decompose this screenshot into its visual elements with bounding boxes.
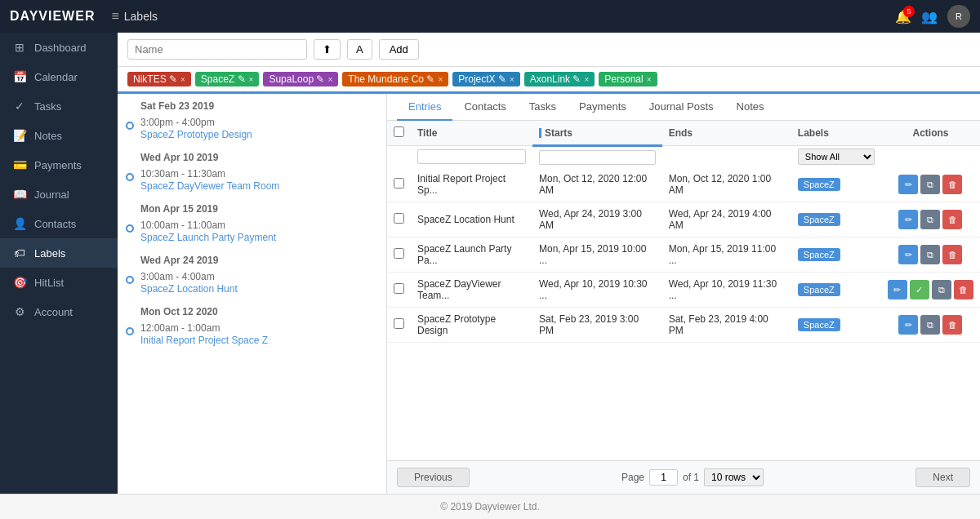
row-checkbox-1[interactable] [394,178,404,189]
sidebar-item-tasks[interactable]: ✓Tasks [0,91,118,121]
timeline-date: Mon Apr 15 2019 [118,197,386,218]
label-text-supaloop: SupaLoop ✎ [269,73,324,85]
font-button[interactable]: A [347,39,372,60]
header: DAYVIEWER ≡ Labels 🔔 5 👥 R [0,0,980,33]
next-button[interactable]: Next [915,468,970,487]
label-text-axonlink: AxonLink ✎ [530,73,581,85]
edit-button-1[interactable]: ✏ [898,175,918,194]
notification-button[interactable]: 🔔 5 [895,9,911,24]
th-starts[interactable]: Starts [532,121,662,146]
add-button[interactable]: Add [379,39,419,60]
select-all-checkbox[interactable] [394,126,404,137]
label-close-mundane[interactable]: × [438,75,443,84]
page-input[interactable] [649,469,678,486]
label-close-axonlink[interactable]: × [584,75,589,84]
row-ends-4: Wed, Apr 10, 2019 11:30 ... [662,273,791,308]
label-tag-personal[interactable]: Personal× [599,72,657,86]
menu-icon[interactable]: ≡ [111,9,118,24]
check-button-4[interactable]: ✓ [910,280,929,299]
tab-notes[interactable]: Notes [725,94,776,121]
row-checkbox-5[interactable] [394,318,404,329]
timeline-link[interactable]: SpaceZ Prototype Design [140,129,252,140]
tab-payments[interactable]: Payments [568,94,638,121]
row-checkbox-2[interactable] [394,213,404,224]
row-checkbox-4[interactable] [394,283,404,294]
delete-button-1[interactable]: 🗑 [942,175,962,194]
row-labels-5: SpaceZ [791,308,881,343]
timeline-item: 10:00am - 11:00am SpaceZ Launch Party Pa… [118,218,386,248]
copy-button-2[interactable]: ⧉ [920,210,940,229]
rows-select[interactable]: 10 rows 25 rows 50 rows [704,468,764,486]
timeline-link[interactable]: SpaceZ DayViewer Team Room [140,180,279,192]
label-close-personal[interactable]: × [647,75,652,84]
row-check-2 [387,202,411,237]
edit-button-4[interactable]: ✏ [888,280,907,299]
sidebar-item-hitlist[interactable]: 🎯HitList [0,268,118,297]
delete-button-2[interactable]: 🗑 [942,210,962,229]
row-check-5 [387,308,411,343]
timeline-dot [126,327,134,335]
row-checkbox-3[interactable] [394,248,404,259]
upload-button[interactable]: ⬆ [314,39,341,60]
sidebar-item-dashboard[interactable]: ⊞Dashboard [0,33,118,62]
row-label-badge-4: SpaceZ [798,283,840,296]
label-close-projectx[interactable]: × [510,75,514,84]
label-tag-supaloop[interactable]: SupaLoop ✎× [263,72,338,86]
timeline-date: Wed Apr 24 2019 [118,248,386,269]
label-tag-axonlink[interactable]: AxonLink ✎× [524,72,595,86]
th-check [387,121,411,146]
label-tag-mundane[interactable]: The Mundane Co ✎× [342,72,448,86]
table-row: Initial Report Project Sp... Mon, Oct 12… [387,167,980,202]
sidebar-item-account[interactable]: ⚙Account [0,297,118,326]
sidebar-item-notes[interactable]: 📝Notes [0,121,118,150]
delete-button-5[interactable]: 🗑 [942,315,962,335]
sidebar-item-journal[interactable]: 📖Journal [0,180,118,209]
previous-button[interactable]: Previous [397,468,470,487]
timeline-link[interactable]: SpaceZ Launch Party Payment [140,232,276,243]
th-title[interactable]: Title [411,121,532,146]
timeline-link[interactable]: Initial Report Project Space Z [140,335,268,346]
name-input[interactable] [127,39,307,60]
tab-contacts[interactable]: Contacts [452,94,517,121]
sidebar-icon-hitlist: 🎯 [13,276,26,289]
timeline-item: 3:00pm - 4:00pm SpaceZ Prototype Design [118,115,386,145]
row-actions-3: ✏⧉🗑 [881,237,980,273]
label-close-spacez[interactable]: × [249,75,254,84]
timeline-date: Sat Feb 23 2019 [118,94,386,115]
label-tag-projectx[interactable]: ProjectX ✎× [452,72,520,86]
copy-button-3[interactable]: ⧉ [920,245,940,264]
edit-button-2[interactable]: ✏ [898,210,918,229]
tab-journal_posts[interactable]: Journal Posts [638,94,725,121]
filter-labels-select[interactable]: Show All [798,149,875,165]
tab-entries[interactable]: Entries [397,94,452,121]
filter-starts-input[interactable] [539,150,656,165]
edit-button-3[interactable]: ✏ [898,245,918,264]
label-tag-niktes[interactable]: NikTES ✎× [127,72,191,86]
sidebar-item-calendar[interactable]: 📅Calendar [0,62,118,91]
label-tag-spacez[interactable]: SpaceZ ✎× [195,72,260,86]
row-label-badge-5: SpaceZ [798,318,840,331]
copy-button-4[interactable]: ⧉ [932,280,951,299]
sidebar-item-contacts[interactable]: 👤Contacts [0,209,118,238]
data-table: Title Starts Ends Labels Actions [387,121,980,460]
sidebar-item-labels[interactable]: 🏷Labels [0,238,118,268]
avatar[interactable]: R [947,5,970,28]
footer-text: © 2019 Dayviewer Ltd. [440,501,540,512]
filter-title-input[interactable] [417,149,526,164]
delete-button-3[interactable]: 🗑 [942,245,962,264]
filter-check-cell [387,146,411,168]
header-title: ≡ Labels [111,9,158,24]
label-text-niktes: NikTES ✎ [133,73,177,85]
copy-button-5[interactable]: ⧉ [920,315,940,335]
timeline-item: 3:00am - 4:00am SpaceZ Location Hunt [118,269,386,299]
header-icons: 🔔 5 👥 R [895,5,970,28]
copy-button-1[interactable]: ⧉ [920,175,940,194]
pagination-info: Page of 1 10 rows 25 rows 50 rows [621,468,764,486]
delete-button-4[interactable]: 🗑 [954,280,973,299]
edit-button-5[interactable]: ✏ [898,315,918,335]
label-close-supaloop[interactable]: × [327,75,332,84]
tab-tasks[interactable]: Tasks [518,94,568,121]
sidebar-item-payments[interactable]: 💳Payments [0,150,118,180]
label-close-niktes[interactable]: × [180,75,185,84]
timeline-link[interactable]: SpaceZ Location Hunt [140,283,238,295]
